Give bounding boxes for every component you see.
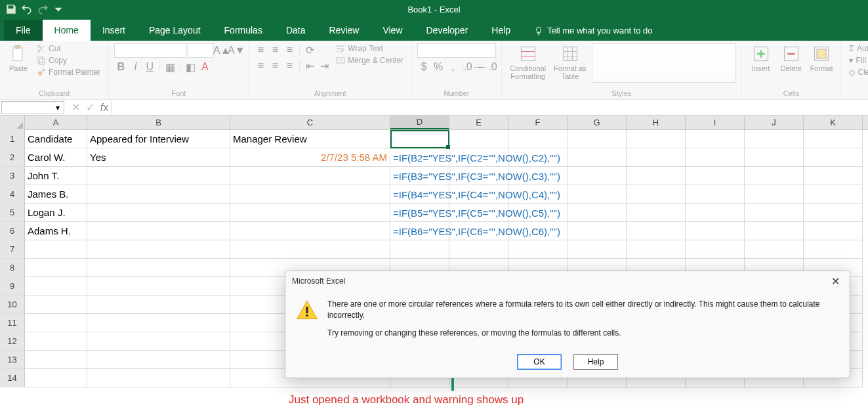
chevron-down-icon[interactable]: ▾ bbox=[53, 103, 62, 112]
cell[interactable] bbox=[508, 148, 568, 167]
cell[interactable] bbox=[449, 167, 508, 185]
cell-C5[interactable] bbox=[230, 204, 390, 222]
clear-button[interactable]: ◇Clea bbox=[846, 67, 868, 77]
cell-C6[interactable] bbox=[230, 222, 390, 240]
cell[interactable] bbox=[449, 222, 508, 240]
cell[interactable] bbox=[449, 185, 508, 204]
tab-view[interactable]: View bbox=[371, 20, 414, 41]
col-header-C[interactable]: C bbox=[230, 116, 390, 129]
cell[interactable] bbox=[87, 296, 230, 314]
cell-C2[interactable]: 2/7/23 5:58 AM bbox=[230, 148, 390, 167]
cell[interactable] bbox=[449, 204, 508, 222]
shrink-font-icon[interactable]: A▼ bbox=[230, 44, 243, 57]
cell[interactable] bbox=[745, 240, 804, 259]
cell-D6[interactable] bbox=[390, 222, 449, 240]
col-header-I[interactable]: I bbox=[686, 116, 745, 129]
conditional-formatting-button[interactable]: Conditional Formatting bbox=[507, 43, 548, 81]
cell[interactable] bbox=[627, 185, 686, 204]
cell[interactable] bbox=[508, 222, 568, 240]
row-header-6[interactable]: 6 bbox=[0, 222, 25, 240]
row-header-3[interactable]: 3 bbox=[0, 167, 25, 185]
cell[interactable] bbox=[804, 240, 863, 259]
tab-data[interactable]: Data bbox=[274, 20, 318, 41]
cell[interactable] bbox=[568, 167, 627, 185]
cell[interactable] bbox=[745, 148, 804, 167]
font-size-combo[interactable] bbox=[188, 43, 214, 58]
row-header-14[interactable]: 14 bbox=[0, 369, 25, 387]
italic-button[interactable]: I bbox=[129, 60, 142, 74]
autosum-button[interactable]: ΣAuto bbox=[846, 43, 868, 54]
cell[interactable] bbox=[568, 222, 627, 240]
cell[interactable] bbox=[804, 148, 863, 167]
cell-C3[interactable] bbox=[230, 167, 390, 185]
cell-B6[interactable] bbox=[87, 222, 230, 240]
col-header-G[interactable]: G bbox=[568, 116, 627, 129]
cell-styles-gallery[interactable] bbox=[592, 43, 736, 83]
cell[interactable] bbox=[25, 332, 87, 351]
cell[interactable] bbox=[87, 240, 230, 259]
cell[interactable] bbox=[686, 240, 745, 259]
cell[interactable] bbox=[508, 204, 568, 222]
align-bottom-icon[interactable]: ≡ bbox=[283, 43, 296, 56]
row-header-7[interactable]: 7 bbox=[0, 240, 25, 259]
cell[interactable] bbox=[508, 240, 568, 259]
cell[interactable] bbox=[508, 130, 568, 148]
close-icon[interactable]: ✕ bbox=[827, 273, 843, 289]
fill-color-icon[interactable]: ◧ bbox=[184, 60, 197, 74]
number-format-combo[interactable] bbox=[417, 43, 496, 58]
cell-B1[interactable]: Appeared for Interview bbox=[87, 130, 230, 148]
delete-cells-button[interactable]: Delete bbox=[777, 43, 805, 74]
cell[interactable] bbox=[745, 167, 804, 185]
cell-D3[interactable] bbox=[390, 167, 449, 185]
dialog-title-bar[interactable]: Microsoft Excel ✕ bbox=[285, 271, 850, 291]
wrap-text-button[interactable]: Wrap Text bbox=[333, 43, 406, 54]
cell-A6[interactable]: Adams H. bbox=[25, 222, 87, 240]
increase-indent-icon[interactable]: ⇥ bbox=[318, 59, 331, 72]
align-left-icon[interactable]: ≡ bbox=[254, 59, 267, 72]
cell-C1[interactable]: Manager Review bbox=[230, 130, 390, 148]
align-right-icon[interactable]: ≡ bbox=[283, 59, 296, 72]
cell[interactable] bbox=[804, 130, 863, 148]
row-header-1[interactable]: 1 bbox=[0, 130, 25, 148]
cell[interactable] bbox=[804, 167, 863, 185]
cell[interactable] bbox=[508, 185, 568, 204]
col-header-D[interactable]: D bbox=[390, 116, 449, 129]
tab-insert[interactable]: Insert bbox=[91, 20, 137, 41]
cell-C4[interactable] bbox=[230, 185, 390, 204]
cell[interactable] bbox=[25, 369, 87, 387]
currency-icon[interactable]: $ bbox=[417, 60, 430, 74]
row-header-2[interactable]: 2 bbox=[0, 148, 25, 167]
cell-B3[interactable] bbox=[87, 167, 230, 185]
col-header-B[interactable]: B bbox=[87, 116, 230, 129]
cell[interactable] bbox=[449, 240, 508, 259]
align-middle-icon[interactable]: ≡ bbox=[268, 43, 281, 56]
cell[interactable] bbox=[87, 351, 230, 369]
copy-button[interactable]: Copy bbox=[34, 55, 103, 66]
cell[interactable] bbox=[87, 332, 230, 351]
cell[interactable] bbox=[568, 148, 627, 167]
decrease-decimal-icon[interactable]: ←.0 bbox=[481, 60, 494, 74]
col-header-K[interactable]: K bbox=[804, 116, 863, 129]
row-header-4[interactable]: 4 bbox=[0, 185, 25, 204]
cell[interactable] bbox=[627, 167, 686, 185]
cell[interactable] bbox=[686, 130, 745, 148]
comma-icon[interactable]: , bbox=[446, 60, 459, 74]
tab-help[interactable]: Help bbox=[480, 20, 522, 41]
tab-page-layout[interactable]: Page Layout bbox=[137, 20, 213, 41]
cell-A1[interactable]: Candidate bbox=[25, 130, 87, 148]
cell[interactable] bbox=[25, 259, 87, 277]
col-header-E[interactable]: E bbox=[449, 116, 508, 129]
ok-button[interactable]: OK bbox=[517, 354, 562, 370]
borders-icon[interactable]: ▦ bbox=[163, 60, 176, 74]
cell-D5[interactable] bbox=[390, 204, 449, 222]
paste-button[interactable]: Paste bbox=[5, 43, 31, 74]
col-header-F[interactable]: F bbox=[508, 116, 568, 129]
underline-button[interactable]: U bbox=[143, 60, 156, 74]
cell[interactable] bbox=[25, 314, 87, 332]
row-header-13[interactable]: 13 bbox=[0, 351, 25, 369]
tab-developer[interactable]: Developer bbox=[415, 20, 480, 41]
cell[interactable] bbox=[87, 259, 230, 277]
increase-decimal-icon[interactable]: .0→ bbox=[466, 60, 480, 74]
formula-input[interactable] bbox=[112, 101, 868, 114]
row-header-11[interactable]: 11 bbox=[0, 314, 25, 332]
